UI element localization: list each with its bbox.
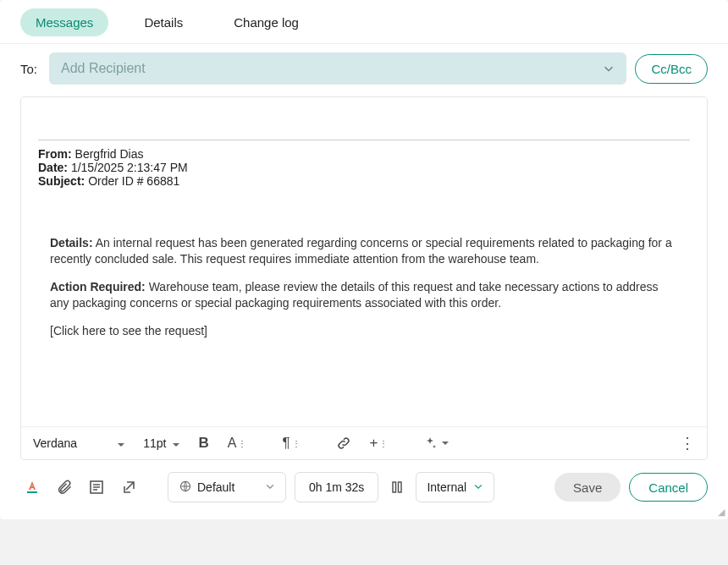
details-label: Details: bbox=[50, 236, 93, 250]
date-label: Date: bbox=[38, 161, 68, 174]
text-color-button[interactable] bbox=[20, 475, 44, 499]
request-link[interactable]: [Click here to see the request] bbox=[50, 323, 678, 339]
visibility-select[interactable]: Internal bbox=[416, 472, 494, 502]
template-button[interactable] bbox=[85, 475, 108, 499]
paragraph-button[interactable]: ¶⋮ bbox=[282, 435, 300, 452]
message-panel: Messages Details Change log To: Add Reci… bbox=[0, 0, 728, 519]
font-family-select[interactable]: Verdana bbox=[33, 436, 124, 450]
resize-handle[interactable]: ◢ bbox=[718, 507, 725, 518]
caret-down-icon bbox=[118, 436, 124, 450]
action-label: Action Required: bbox=[50, 280, 146, 293]
subject-line: Subject: Order ID # 66881 bbox=[38, 174, 690, 188]
tabs: Messages Details Change log bbox=[0, 0, 728, 43]
recipient-input[interactable]: Add Recipient bbox=[49, 52, 626, 85]
from-value: Bergfrid Dias bbox=[75, 147, 144, 161]
from-line: From: Bergfrid Dias bbox=[38, 147, 690, 161]
chevron-down-icon bbox=[473, 480, 483, 494]
date-line: Date: 1/15/2025 2:13:47 PM bbox=[38, 161, 690, 174]
date-value: 1/15/2025 2:13:47 PM bbox=[71, 161, 188, 174]
to-label: To: bbox=[20, 62, 41, 76]
caret-down-icon bbox=[173, 436, 179, 450]
subject-label: Subject: bbox=[38, 174, 85, 188]
pause-button[interactable] bbox=[387, 477, 407, 497]
bold-button[interactable]: B bbox=[198, 435, 208, 452]
language-value: Default bbox=[197, 480, 234, 494]
editor-toolbar: Verdana 11pt B A⋮ ¶⋮ +⋮ bbox=[21, 426, 707, 459]
footer: Default 0h 1m 32s Internal Save Cancel bbox=[0, 460, 728, 519]
tab-messages[interactable]: Messages bbox=[20, 8, 108, 36]
details-text: An internal request has been generated r… bbox=[50, 236, 672, 266]
subject-value: Order ID # 66881 bbox=[88, 174, 179, 188]
font-size-value: 11pt bbox=[143, 436, 166, 450]
open-external-button[interactable] bbox=[117, 475, 141, 499]
divider bbox=[38, 140, 690, 140]
from-label: From: bbox=[38, 147, 72, 161]
tab-changelog[interactable]: Change log bbox=[218, 8, 314, 36]
recipient-placeholder: Add Recipient bbox=[61, 61, 146, 76]
message-content: Details: An internal request has been ge… bbox=[38, 235, 690, 338]
font-size-select[interactable]: 11pt bbox=[143, 436, 179, 450]
caret-down-icon bbox=[442, 442, 449, 446]
cancel-button[interactable]: Cancel bbox=[629, 473, 708, 502]
ai-button[interactable] bbox=[423, 436, 449, 450]
svg-rect-3 bbox=[393, 482, 396, 492]
tab-details[interactable]: Details bbox=[129, 8, 198, 36]
insert-button[interactable]: +⋮ bbox=[370, 435, 389, 452]
font-family-value: Verdana bbox=[33, 436, 77, 450]
editor[interactable]: From: Bergfrid Dias Date: 1/15/2025 2:13… bbox=[20, 96, 708, 460]
link-button[interactable] bbox=[336, 436, 351, 451]
more-button[interactable]: ⋮ bbox=[680, 434, 695, 453]
globe-icon bbox=[179, 480, 192, 496]
email-body[interactable]: From: Bergfrid Dias Date: 1/15/2025 2:13… bbox=[21, 97, 707, 367]
language-select[interactable]: Default bbox=[168, 472, 286, 502]
attachment-button[interactable] bbox=[52, 475, 76, 499]
timer-display: 0h 1m 32s bbox=[295, 472, 378, 502]
svg-rect-0 bbox=[27, 491, 37, 493]
recipient-row: To: Add Recipient Cc/Bcc bbox=[0, 43, 728, 96]
save-button[interactable]: Save bbox=[554, 473, 620, 502]
ccbcc-button[interactable]: Cc/Bcc bbox=[635, 54, 708, 84]
visibility-value: Internal bbox=[427, 480, 466, 494]
svg-rect-4 bbox=[399, 482, 402, 492]
chevron-down-icon bbox=[603, 63, 615, 74]
text-style-button[interactable]: A⋮ bbox=[228, 436, 247, 451]
chevron-down-icon bbox=[265, 480, 275, 494]
